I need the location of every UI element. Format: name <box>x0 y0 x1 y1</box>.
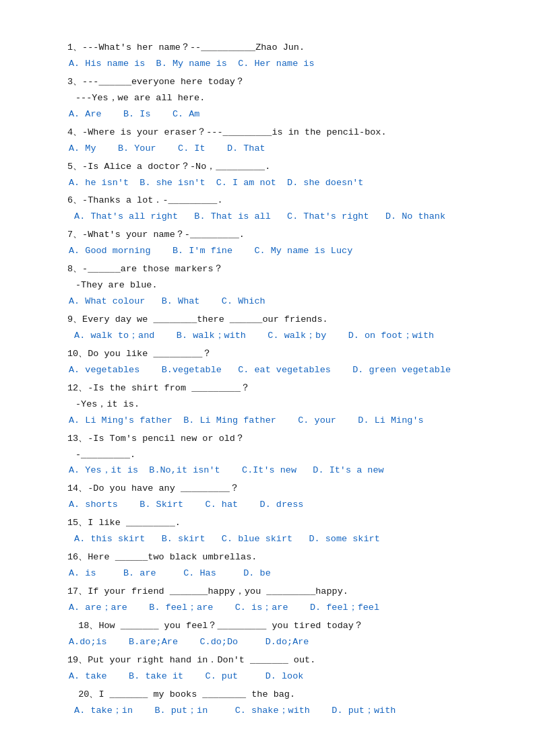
q15-options: A. this skirt B. skirt C. blue skirt D. … <box>67 532 481 547</box>
q13-sub: -_________. <box>67 448 481 463</box>
q19-options: A. take B. take it C. put D. look <box>67 669 481 685</box>
question-12: 12、-Is the shirt from _________？ -Yes，it… <box>67 381 481 429</box>
q10-text: 10、Do you like _________？ <box>67 347 481 362</box>
q3-text: 3、---______everyone here today？ <box>67 75 481 90</box>
q1-options: A. His name is B. My name is C. Her name… <box>67 57 481 72</box>
q12-text: 12、-Is the shirt from _________？ <box>67 381 481 397</box>
q14-options: A. shorts B. Skirt C. hat D. dress <box>67 497 481 513</box>
question-6: 6、-Thanks a lot．-_________. A. That's al… <box>67 193 481 225</box>
worksheet: 1、---What's her name？--__________Zhao Ju… <box>67 40 481 719</box>
q13-options: A. Yes，it is B.No,it isn't C.It's new D.… <box>67 463 481 479</box>
q19-text: 19、Put your right hand in．Don't _______ … <box>67 653 481 668</box>
q17-options: A. are；are B. feel；are C. is；are D. feel… <box>67 600 481 616</box>
question-13: 13、-Is Tom's pencil new or old？ -_______… <box>67 432 481 479</box>
q12-sub: -Yes，it is. <box>67 397 481 413</box>
q8-text: 8、-______are those markers？ <box>67 262 481 277</box>
q18-options: A.do;is B.are;Are C.do;Do D.do;Are <box>67 635 481 650</box>
q7-text: 7、-What's your name？-_________. <box>67 228 481 243</box>
question-19: 19、Put your right hand in．Don't _______ … <box>67 653 481 685</box>
q3-sub: ---Yes，we are all here. <box>67 91 481 106</box>
question-18: 18、How _______ you feel？_________ you ti… <box>67 619 481 650</box>
q5-options: A. he isn't B. she isn't C. I am not D. … <box>67 176 481 191</box>
q10-options: A. vegetables B.vegetable C. eat vegetab… <box>67 363 481 378</box>
question-5: 5、-Is Alice a doctor？-No，_________. A. h… <box>67 160 481 191</box>
q8-options: A. What colour B. What C. Which <box>67 294 481 310</box>
q6-options: A. That's all right B. That is all C. Th… <box>67 209 481 225</box>
q5-text: 5、-Is Alice a doctor？-No，_________. <box>67 160 481 175</box>
q8-sub: -They are blue. <box>67 278 481 294</box>
q9-text: 9、Every day we ________there ______our f… <box>67 312 481 328</box>
q12-options: A. Li Ming's father B. Li Ming father C.… <box>67 413 481 429</box>
q18-text: 18、How _______ you feel？_________ you ti… <box>67 619 481 634</box>
q16-options: A. is B. are C. Has D. be <box>67 566 481 582</box>
q1-text: 1、---What's her name？--__________Zhao Ju… <box>67 40 481 56</box>
question-3: 3、---______everyone here today？ ---Yes，w… <box>67 75 481 123</box>
q4-options: A. My B. Your C. It D. That <box>67 141 481 157</box>
q15-text: 15、I like _________. <box>67 516 481 531</box>
q20-options: A. take；in B. put；in C. shake；with D. pu… <box>67 703 481 719</box>
q9-options: A. walk to；and B. walk；with C. walk；by D… <box>67 329 481 344</box>
q3-options: A. Are B. Is C. Am <box>67 107 481 123</box>
question-8: 8、-______are those markers？ -They are bl… <box>67 262 481 310</box>
q4-text: 4、-Where is your eraser？---_________is i… <box>67 125 481 141</box>
q7-options: A. Good morning B. I'm fine C. My name i… <box>67 244 481 259</box>
question-7: 7、-What's your name？-_________. A. Good … <box>67 228 481 259</box>
question-10: 10、Do you like _________？ A. vegetables … <box>67 347 481 378</box>
q20-text: 20、I _______ my books ________ the bag. <box>67 687 481 703</box>
question-20: 20、I _______ my books ________ the bag. … <box>67 687 481 719</box>
question-4: 4、-Where is your eraser？---_________is i… <box>67 125 481 157</box>
question-14: 14、-Do you have any _________？ A. shorts… <box>67 481 481 513</box>
q13-text: 13、-Is Tom's pencil new or old？ <box>67 432 481 447</box>
question-15: 15、I like _________. A. this skirt B. sk… <box>67 516 481 547</box>
q17-text: 17、If your friend _______happy，you _____… <box>67 584 481 600</box>
q6-text: 6、-Thanks a lot．-_________. <box>67 193 481 209</box>
question-9: 9、Every day we ________there ______our f… <box>67 312 481 344</box>
question-17: 17、If your friend _______happy，you _____… <box>67 584 481 616</box>
q14-text: 14、-Do you have any _________？ <box>67 481 481 497</box>
q16-text: 16、Here ______two black umbrellas. <box>67 550 481 565</box>
question-1: 1、---What's her name？--__________Zhao Ju… <box>67 40 481 72</box>
question-16: 16、Here ______two black umbrellas. A. is… <box>67 550 481 582</box>
